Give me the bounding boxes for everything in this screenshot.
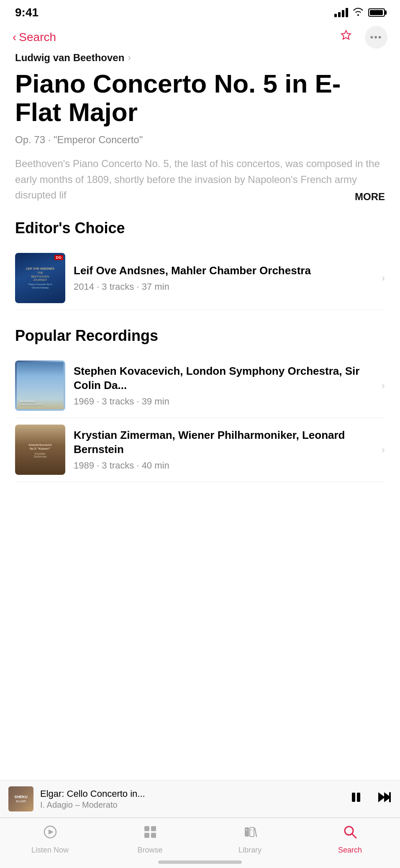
tab-search-label: Search	[338, 846, 362, 855]
svg-rect-1	[357, 793, 360, 802]
tab-library-label: Library	[238, 846, 262, 855]
zimerman-title: Krystian Zimerman, Wiener Philharmoniker…	[74, 428, 373, 457]
more-icon: •••	[370, 32, 382, 43]
svg-rect-8	[151, 826, 156, 831]
tab-listen-now-label: Listen Now	[31, 846, 69, 855]
more-options-button[interactable]: •••	[365, 26, 387, 49]
svg-rect-11	[245, 827, 249, 837]
kovacevich-meta: 1969 · 3 tracks · 39 min	[74, 396, 373, 407]
tab-library[interactable]: Library	[200, 825, 300, 855]
pause-button[interactable]	[348, 789, 364, 809]
work-title: Piano Concerto No. 5 in E-Flat Major	[15, 70, 385, 126]
svg-rect-12	[250, 827, 254, 837]
tab-browse-label: Browse	[137, 846, 162, 855]
library-icon	[243, 825, 257, 842]
home-indicator	[158, 860, 242, 864]
back-button[interactable]: ‹ Search	[13, 31, 56, 44]
nav-bar: ‹ Search •••	[0, 23, 400, 52]
editors-choice-album-art: DG LEIF OVE ANDSNES THEBEETHOVENJOURNEY …	[15, 253, 65, 303]
mini-player[interactable]: SHEKUELGAR Elgar: Cello Concerto in... I…	[0, 780, 400, 818]
artist-chevron-icon: ›	[128, 52, 131, 63]
zimerman-album-art: KlavierkonzertNr.5 "Kaiser" KrystianZime…	[15, 425, 65, 475]
editors-choice-info: Leif Ove Andsnes, Mahler Chamber Orchest…	[74, 264, 373, 292]
svg-rect-7	[144, 826, 149, 831]
tab-browse[interactable]: Browse	[100, 825, 200, 855]
editors-choice-header: Editor's Choice	[15, 219, 385, 237]
star-icon	[339, 29, 353, 46]
status-time: 9:41	[15, 6, 38, 19]
kovacevich-title: Stephen Kovacevich, London Symphony Orch…	[74, 364, 373, 393]
battery-icon	[368, 8, 385, 17]
editors-choice-meta: 2014 · 3 tracks · 37 min	[74, 281, 373, 292]
kovacevich-chevron-icon: ›	[382, 380, 385, 392]
svg-line-14	[352, 834, 356, 838]
mini-player-info: Elgar: Cello Concerto in... I. Adagio – …	[40, 788, 341, 810]
signal-bars-icon	[334, 8, 348, 17]
svg-rect-10	[151, 833, 156, 838]
mini-player-title: Elgar: Cello Concerto in...	[40, 788, 241, 799]
zimerman-chevron-icon: ›	[382, 444, 385, 456]
editors-choice-chevron-icon: ›	[382, 272, 385, 284]
work-subtitle: Op. 73 · "Emperor Concerto"	[15, 134, 385, 146]
nav-actions: •••	[335, 26, 387, 49]
zimerman-meta: 1989 · 3 tracks · 40 min	[74, 460, 373, 471]
kovacevich-info: Stephen Kovacevich, London Symphony Orch…	[74, 364, 373, 407]
artist-name: Ludwig van Beethoven	[15, 52, 124, 64]
tab-listen-now[interactable]: Listen Now	[0, 825, 100, 855]
back-label: Search	[19, 31, 56, 44]
content-area: Ludwig van Beethoven › Piano Concerto No…	[0, 52, 400, 591]
browse-icon	[143, 825, 157, 842]
skip-forward-button[interactable]	[376, 789, 392, 809]
popular-recording-item-2[interactable]: KlavierkonzertNr.5 "Kaiser" KrystianZime…	[15, 418, 385, 482]
description-block: Beethoven's Piano Concerto No. 5, the la…	[15, 156, 385, 203]
popular-recordings-header: Popular Recordings	[15, 327, 385, 345]
editors-choice-item[interactable]: DG LEIF OVE ANDSNES THEBEETHOVENJOURNEY …	[15, 246, 385, 310]
more-button[interactable]: MORE	[351, 191, 385, 203]
tab-search[interactable]: Search	[300, 825, 400, 855]
svg-rect-0	[352, 793, 355, 802]
editors-choice-title: Leif Ove Andsnes, Mahler Chamber Orchest…	[74, 264, 373, 278]
status-icons	[334, 7, 385, 18]
back-chevron-icon: ‹	[13, 31, 16, 44]
editors-choice-section: Editor's Choice DG LEIF OVE ANDSNES THEB…	[15, 219, 385, 310]
svg-rect-4	[389, 792, 391, 802]
kovacevich-album-art: BeethovenPiano Concerto No. 5	[15, 361, 65, 411]
listen-now-icon	[43, 825, 57, 842]
favorite-button[interactable]	[335, 26, 357, 49]
mini-player-art: SHEKUELGAR	[8, 786, 33, 811]
status-bar: 9:41	[0, 0, 400, 23]
zimerman-info: Krystian Zimerman, Wiener Philharmoniker…	[74, 428, 373, 471]
svg-marker-6	[49, 829, 54, 835]
description-text: Beethoven's Piano Concerto No. 5, the la…	[15, 156, 385, 203]
mini-player-subtitle: I. Adagio – Moderato	[40, 800, 341, 810]
search-icon	[343, 825, 357, 842]
popular-recordings-section: Popular Recordings BeethovenPiano Concer…	[15, 327, 385, 482]
artist-link[interactable]: Ludwig van Beethoven ›	[15, 52, 385, 64]
popular-recording-item-1[interactable]: BeethovenPiano Concerto No. 5 Stephen Ko…	[15, 354, 385, 418]
mini-player-controls	[348, 789, 392, 809]
svg-rect-9	[144, 833, 149, 838]
svg-marker-2	[378, 792, 385, 802]
wifi-icon	[352, 7, 364, 18]
